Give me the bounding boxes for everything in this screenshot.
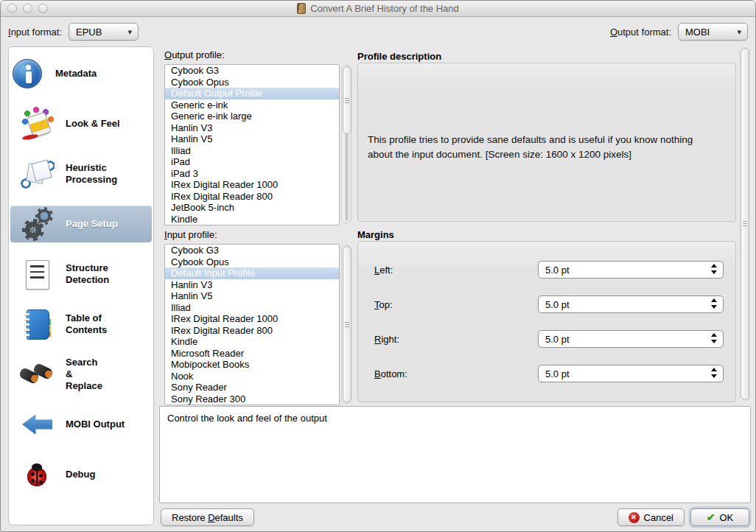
input-profile-list: Cybook G3 Cybook Opus Default Input Prof…	[164, 244, 340, 405]
sidebar-item[interactable]: MOBI Output	[10, 399, 152, 449]
panel-scrollbar[interactable]	[739, 46, 749, 403]
output-profile-item[interactable]: Cybook G3	[165, 65, 339, 77]
output-profile-item[interactable]: Cybook Opus	[165, 77, 339, 88]
output-profile-item[interactable]: JetBook 5-inch	[165, 202, 339, 214]
input-profile-item[interactable]: Nook	[165, 371, 339, 382]
input-profile-item[interactable]: Kindle	[165, 336, 339, 348]
input-profile-item[interactable]: Sony Reader 300	[165, 393, 339, 405]
output-profile-item[interactable]: iPad 3	[165, 168, 339, 180]
ok-button[interactable]: ✔ OK	[690, 508, 749, 526]
sidebar-item-label: Table of Contents	[66, 312, 107, 336]
margin-row: Right: 5.0 pt	[358, 330, 735, 348]
output-profile-item[interactable]: Default Output Profile	[165, 88, 339, 99]
notebook-icon	[21, 307, 55, 341]
scrollbar-grip-icon	[743, 221, 747, 227]
output-profile-item[interactable]: Hanlin V5	[165, 133, 339, 145]
section-description-box: Control the look and feel of the output	[159, 406, 751, 503]
input-profile-item[interactable]: Hanlin V3	[165, 279, 339, 291]
output-profile-item[interactable]: Generic e-ink	[165, 99, 339, 111]
input-profile-item[interactable]: Illiad	[165, 302, 339, 314]
output-profile-item[interactable]: Generic e-ink large	[165, 111, 339, 122]
margins-title: Margins	[357, 229, 394, 240]
cancel-label: Cancel	[644, 512, 673, 523]
titlebar[interactable]: Convert A Brief History of the Hand	[1, 1, 755, 17]
input-profile-item[interactable]: Cybook Opus	[165, 256, 339, 268]
sidebar-item[interactable]: Metadata	[10, 49, 152, 99]
output-profile-label: Output profile:	[164, 49, 225, 60]
input-profile-item[interactable]: Sony Reader	[165, 382, 339, 393]
input-profile-item[interactable]: Hanlin V5	[165, 290, 339, 302]
output-profile-scrollbar[interactable]	[341, 65, 351, 224]
margin-spinner[interactable]: 5.0 pt	[538, 261, 724, 279]
ok-label: OK	[719, 512, 733, 523]
sidebar-item-label: Structure Detection	[66, 262, 109, 286]
sidebar-item-label: Page Setup	[66, 218, 118, 230]
input-profile-item[interactable]: Default Input Profile	[165, 267, 339, 279]
input-profile-scrollbar-thumb[interactable]	[343, 246, 351, 402]
sidebar-item[interactable]: Heuristic Processing	[10, 149, 152, 199]
margin-row: Top: 5.0 pt	[358, 295, 735, 313]
spinner-down-icon[interactable]	[711, 270, 717, 274]
scrollbar-grip-icon	[345, 98, 349, 104]
spinner-up-icon[interactable]	[711, 333, 717, 337]
sidebar-item[interactable]: Structure Detection	[10, 249, 152, 299]
input-profile-scrollbar[interactable]	[341, 245, 351, 404]
margins-box: Left: 5.0 pt Top: 5.0 pt	[357, 241, 736, 402]
input-profile-item[interactable]: Mobipocket Books	[165, 359, 339, 371]
spinner-arrows-icon[interactable]	[711, 298, 717, 309]
sidebar-item[interactable]: Table of Contents	[10, 299, 152, 349]
spinner-up-icon[interactable]	[711, 264, 717, 267]
spinner-up-icon[interactable]	[711, 298, 717, 302]
input-format-select[interactable]: EPUB ▾	[69, 23, 139, 41]
scrollbar-grip-icon	[345, 322, 349, 328]
sidebar-item-label: Search & Replace	[66, 357, 102, 392]
profile-description-text: This profile tries to provide sane defau…	[358, 63, 735, 162]
output-profile-item[interactable]: Kindle	[165, 214, 339, 225]
output-format-select[interactable]: MOBI ▾	[678, 23, 748, 41]
arrow-icon	[21, 407, 55, 441]
spinner-arrows-icon[interactable]	[711, 368, 717, 378]
margin-spinner[interactable]: 5.0 pt	[538, 330, 724, 348]
margin-spinner[interactable]: 5.0 pt	[538, 295, 724, 313]
sidebar-item[interactable]: Page Setup	[10, 206, 152, 242]
convert-dialog: Convert A Brief History of the Hand Inpu…	[0, 0, 756, 532]
input-profile-item[interactable]: IRex Digital Reader 800	[165, 325, 339, 337]
sidebar-item[interactable]: Debug	[10, 449, 152, 500]
input-profile-label: Input profile:	[164, 229, 217, 240]
output-profile-item[interactable]: Illiad	[165, 145, 339, 157]
cancel-button[interactable]: ✕ Cancel	[617, 508, 685, 526]
panel-scrollbar-thumb[interactable]	[741, 48, 749, 400]
restore-defaults-button[interactable]: Restore Defaults	[161, 508, 254, 526]
input-profile-item[interactable]: IRex Digital Reader 1000	[165, 313, 339, 325]
margin-label: Top:	[374, 299, 393, 310]
spinner-down-icon[interactable]	[711, 340, 717, 343]
sidebar-item-label: Look & Feel	[66, 118, 120, 130]
paint-icon	[21, 107, 55, 141]
title-group: Convert A Brief History of the Hand	[297, 3, 459, 14]
cancel-x-icon: ✕	[629, 512, 640, 523]
sidebar-item[interactable]: Look & Feel	[10, 99, 152, 149]
minimize-button[interactable]	[23, 4, 32, 13]
margin-value: 5.0 pt	[545, 265, 570, 276]
margin-spinner[interactable]: 5.0 pt	[538, 365, 724, 382]
zoom-button[interactable]	[38, 4, 48, 13]
output-profile-scrollbar-thumb[interactable]	[343, 66, 351, 134]
profile-description-box: This profile tries to provide sane defau…	[357, 63, 736, 222]
input-profile-item[interactable]: Microsoft Reader	[165, 348, 339, 360]
close-button[interactable]	[7, 4, 17, 13]
sidebar-item[interactable]: Search & Replace	[10, 349, 152, 399]
binoculars-icon	[21, 357, 55, 391]
output-profile-item[interactable]: IRex Digital Reader 800	[165, 191, 339, 203]
output-profile-item[interactable]: IRex Digital Reader 1000	[165, 179, 339, 191]
document-icon	[21, 257, 55, 291]
spinner-down-icon[interactable]	[711, 374, 717, 378]
output-profile-item[interactable]: Hanlin V3	[165, 122, 339, 134]
output-profile-item[interactable]: iPad	[165, 156, 339, 168]
ok-check-icon: ✔	[707, 512, 715, 522]
spinner-arrows-icon[interactable]	[711, 264, 717, 274]
spinner-up-icon[interactable]	[711, 368, 717, 371]
spinner-arrows-icon[interactable]	[711, 333, 717, 343]
input-profile-item[interactable]: Cybook G3	[165, 245, 339, 256]
format-bar: Input format: EPUB ▾ Output format: MOBI…	[1, 17, 755, 46]
spinner-down-icon[interactable]	[711, 305, 717, 309]
